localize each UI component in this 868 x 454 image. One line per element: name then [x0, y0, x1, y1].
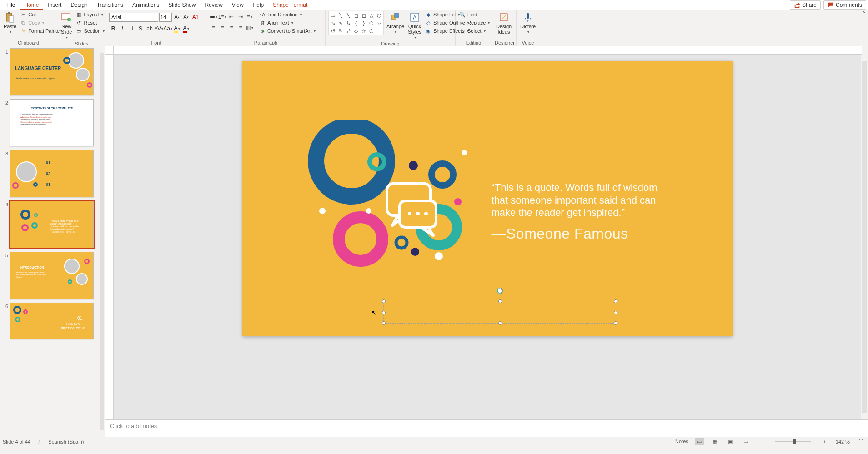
slide-canvas[interactable]: “This is a quote. Words full of wisdom t…: [114, 55, 861, 419]
slide[interactable]: “This is a quote. Words full of wisdom t…: [242, 61, 733, 336]
bold-button[interactable]: B: [109, 25, 117, 33]
resize-handle[interactable]: [498, 299, 502, 303]
shadow-button[interactable]: ab: [146, 25, 154, 33]
bullets-button[interactable]: ≔▾: [209, 13, 217, 21]
vertical-ruler[interactable]: [105, 55, 114, 419]
selected-textbox[interactable]: [383, 301, 616, 324]
resize-handle[interactable]: [498, 321, 502, 325]
char-spacing-button[interactable]: AV▾: [155, 25, 163, 33]
smartart-button[interactable]: ⬗Convert to SmartArt▾: [258, 27, 316, 35]
zoom-out-button[interactable]: −: [757, 438, 766, 445]
align-left-button[interactable]: ≡: [209, 24, 217, 32]
tab-insert[interactable]: Insert: [43, 0, 66, 10]
resize-handle[interactable]: [614, 321, 617, 325]
quick-styles-button[interactable]: A Quick Styles▾: [407, 11, 422, 40]
arrange-button[interactable]: Arrange▾: [386, 11, 405, 35]
svg-point-13: [370, 155, 384, 169]
thumb-3[interactable]: 01 02 03: [10, 150, 94, 197]
font-color-button[interactable]: A▾: [182, 25, 190, 33]
tab-shape-format[interactable]: Shape Format: [268, 0, 312, 10]
tab-slideshow[interactable]: Slide Show: [164, 0, 200, 10]
thumb-6[interactable]: 01 THIS IS A SECTION TITLE: [10, 303, 94, 339]
line-spacing-button[interactable]: ≡▾: [246, 13, 254, 21]
dictate-button[interactable]: Dictate▾: [519, 11, 537, 35]
tab-review[interactable]: Review: [200, 0, 227, 10]
thumb-5[interactable]: INTRODUCTION Mercury is the closest plan…: [10, 252, 94, 299]
align-right-button[interactable]: ≡: [227, 24, 236, 32]
clear-format-button[interactable]: A⃠: [191, 13, 199, 21]
shrink-font-button[interactable]: A▾: [182, 13, 190, 21]
paste-button[interactable]: Paste▾: [3, 11, 17, 35]
find-button[interactable]: 🔍Find: [458, 11, 491, 18]
clipboard-launcher[interactable]: [50, 41, 54, 45]
numbering-button[interactable]: 1≡▾: [218, 13, 226, 21]
collapse-ribbon-button[interactable]: ˄: [860, 10, 868, 46]
italic-button[interactable]: I: [118, 25, 126, 33]
columns-button[interactable]: ▥▾: [246, 24, 254, 32]
thumb-4[interactable]: "This is a quote. Words full of wisdom t…: [10, 201, 94, 248]
font-name-input[interactable]: [109, 13, 158, 22]
copy-button[interactable]: ⧉Copy▾: [19, 19, 62, 26]
quote-block[interactable]: “This is a quote. Words full of wisdom t…: [492, 181, 673, 242]
tab-transitions[interactable]: Transitions: [92, 0, 128, 10]
thumb-2[interactable]: CONTENTS OF THIS TEMPLATE • Lorem ipsum …: [10, 99, 94, 146]
format-painter-button[interactable]: ✎Format Painter: [19, 27, 62, 35]
font-size-input[interactable]: [159, 13, 172, 22]
share-button[interactable]: Share: [790, 0, 821, 10]
zoom-in-button[interactable]: +: [820, 438, 829, 445]
status-language[interactable]: Spanish (Spain): [48, 439, 84, 444]
design-ideas-button[interactable]: Design Ideas: [495, 11, 513, 35]
outdent-button[interactable]: ⇤: [227, 13, 236, 21]
horizontal-ruler[interactable]: [114, 46, 862, 55]
text-direction-button[interactable]: ↕AText Direction▾: [258, 11, 316, 18]
resize-handle[interactable]: [614, 299, 617, 303]
zoom-slider[interactable]: [775, 441, 811, 442]
resize-handle[interactable]: [382, 311, 386, 314]
justify-button[interactable]: ≡: [236, 24, 245, 32]
thumbnail-pane[interactable]: 1 LANGUAGE CENTER Here is where your pre…: [0, 46, 105, 437]
highlight-button[interactable]: A▾: [173, 25, 181, 33]
accessibility-icon[interactable]: ⛬: [37, 439, 42, 444]
rotate-handle[interactable]: [497, 288, 503, 294]
fit-to-window-button[interactable]: ⛶: [856, 438, 865, 445]
drawing-launcher[interactable]: [448, 42, 452, 46]
reset-button[interactable]: ↺Reset: [75, 19, 105, 26]
view-sorter-button[interactable]: ▦: [710, 438, 719, 445]
svg-point-16: [454, 198, 462, 205]
tab-file[interactable]: File: [2, 0, 20, 10]
align-center-button[interactable]: ≡: [218, 24, 226, 32]
notes-pane[interactable]: Click to add notes: [105, 419, 868, 437]
align-text-button[interactable]: ⇵Align Text▾: [258, 19, 316, 26]
tab-animations[interactable]: Animations: [128, 0, 164, 10]
layout-button[interactable]: ▦Layout▾: [75, 11, 105, 18]
zoom-level[interactable]: 142 %: [836, 439, 850, 444]
paragraph-launcher[interactable]: [318, 41, 322, 45]
cut-button[interactable]: ✂Cut: [19, 11, 62, 18]
find-icon: 🔍: [459, 11, 466, 18]
comments-button[interactable]: Comments: [823, 0, 866, 10]
select-button[interactable]: ⬚Select▾: [458, 27, 491, 35]
tab-home[interactable]: Home: [20, 0, 43, 10]
view-normal-button[interactable]: ▭: [695, 438, 704, 445]
underline-button[interactable]: U: [127, 25, 135, 33]
tab-design[interactable]: Design: [66, 0, 92, 10]
shapes-gallery[interactable]: ▭╲╲◻◻△⬡ ↘⇘↳{}⬠▽ ↺↻⇄◇☆⬡⋯: [328, 11, 384, 35]
tab-help[interactable]: Help: [248, 0, 269, 10]
resize-handle[interactable]: [382, 299, 386, 303]
grow-font-button[interactable]: A▴: [173, 13, 181, 21]
indent-button[interactable]: ⇥: [236, 13, 245, 21]
resize-handle[interactable]: [614, 311, 617, 314]
resize-handle[interactable]: [382, 321, 386, 325]
change-case-button[interactable]: Aa▾: [164, 25, 172, 33]
strike-button[interactable]: S: [136, 25, 145, 33]
replace-button[interactable]: ↔Replace▾: [458, 19, 491, 26]
thumb-1[interactable]: LANGUAGE CENTER Here is where your prese…: [10, 48, 94, 95]
font-launcher[interactable]: [199, 41, 203, 45]
thumb-scrollbar[interactable]: [99, 46, 105, 437]
tab-view[interactable]: View: [227, 0, 248, 10]
editor-scrollbar[interactable]: [861, 55, 868, 419]
section-button[interactable]: ▭Section▾: [75, 27, 105, 35]
notes-toggle[interactable]: ≣ Notes: [670, 439, 688, 444]
view-reading-button[interactable]: ▣: [726, 438, 735, 445]
view-slideshow-button[interactable]: ▭: [741, 438, 750, 445]
